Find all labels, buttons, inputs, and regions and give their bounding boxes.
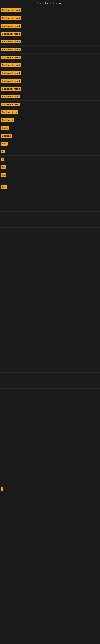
list-item	[0, 179, 100, 183]
bottleneck-badge[interactable]: Bottleneck	[1, 118, 14, 122]
site-header: TheBottlenecker.com	[0, 0, 100, 6]
page-bottom	[0, 494, 100, 502]
empty-row	[0, 356, 100, 372]
site-title: TheBottlenecker.com	[0, 0, 100, 6]
bottleneck-badge[interactable]: Bottleneck result	[1, 40, 21, 44]
bottleneck-badge[interactable]: B	[1, 150, 5, 153]
empty-row	[0, 437, 100, 453]
list-item: Bottleneck	[0, 116, 100, 124]
empty-row	[0, 469, 100, 485]
list-item: Bottleneck result	[0, 6, 100, 14]
list-item: Bottleneck result	[0, 22, 100, 30]
bottleneck-badge[interactable]: Bottleneck result	[1, 64, 21, 67]
empty-row	[0, 228, 100, 244]
list-item: Bottleneck resu	[0, 100, 100, 108]
empty-row	[0, 292, 100, 308]
empty-row	[0, 260, 100, 276]
list-item: Bottleneck res	[0, 108, 100, 116]
bottleneck-badge[interactable]: Bott	[1, 142, 8, 146]
empty-row	[0, 196, 100, 212]
list-item: Bottler	[0, 171, 100, 179]
list-item: Bottleneck result	[0, 30, 100, 38]
bottleneck-badge[interactable]: Bottleneck result	[1, 8, 21, 12]
empty-row	[0, 340, 100, 356]
empty-section	[0, 196, 100, 494]
list-item: Bottleneck resu	[0, 93, 100, 100]
empty-row	[0, 212, 100, 228]
empty-row	[0, 308, 100, 324]
list-item: Bottle	[0, 124, 100, 132]
list-item: Bo	[0, 164, 100, 171]
bottleneck-badge[interactable]: Bottleneck result	[1, 24, 21, 28]
bottom-indicator-row	[0, 485, 100, 494]
bottleneck-badge[interactable]: Bottlene	[1, 134, 12, 138]
bottleneck-badge[interactable]: Bottleneck result	[1, 48, 21, 51]
list-item: Bottleneck result	[0, 77, 100, 85]
empty-row	[0, 244, 100, 260]
results-list: Bottleneck resultBottleneck resultBottle…	[0, 6, 100, 196]
list-item: Bottleneck result	[0, 38, 100, 46]
empty-row	[0, 324, 100, 340]
bottleneck-badge[interactable]: Bottleneck result	[1, 71, 21, 75]
empty-row	[0, 388, 100, 405]
bottleneck-badge[interactable]: Bottleneck resu	[1, 95, 20, 98]
list-item: Bottleneck result	[0, 85, 100, 93]
empty-row	[0, 421, 100, 437]
list-item: B	[0, 148, 100, 156]
bottleneck-badge[interactable]: Bottleneck result	[1, 32, 21, 36]
list-item: Bottleneck result	[0, 46, 100, 54]
empty-row	[0, 372, 100, 388]
bottleneck-badge[interactable]: Bo	[1, 166, 6, 169]
bottleneck-badge[interactable]: Bottleneck result	[1, 87, 21, 90]
empty-row	[0, 453, 100, 469]
bottleneck-badge[interactable]: Bottle	[1, 126, 9, 130]
list-item	[0, 191, 100, 196]
list-item: Bolt	[0, 183, 100, 191]
bottleneck-badge[interactable]: Bolt	[1, 185, 7, 189]
bottleneck-badge[interactable]: Bottleneck res	[1, 110, 18, 114]
bottleneck-badge[interactable]: Bottler	[1, 173, 6, 177]
list-item: Bottlene	[0, 132, 100, 140]
list-item: Bott	[0, 156, 100, 164]
list-item: Bottleneck result	[0, 69, 100, 77]
small-badge-indicator	[1, 487, 3, 491]
list-item: Bott	[0, 140, 100, 148]
bottleneck-badge[interactable]: Bottleneck resu	[1, 103, 20, 106]
bottleneck-badge[interactable]: Bottleneck result	[1, 79, 21, 83]
bottleneck-badge[interactable]: Bott	[1, 158, 4, 161]
list-item: Bottleneck result	[0, 54, 100, 62]
list-item: Bottleneck result	[0, 14, 100, 22]
bottleneck-badge[interactable]: Bottleneck result	[1, 16, 21, 20]
empty-row	[0, 276, 100, 292]
bottleneck-badge[interactable]: Bottleneck result	[1, 56, 21, 59]
list-item: Bottleneck result	[0, 62, 100, 69]
empty-row	[0, 405, 100, 421]
